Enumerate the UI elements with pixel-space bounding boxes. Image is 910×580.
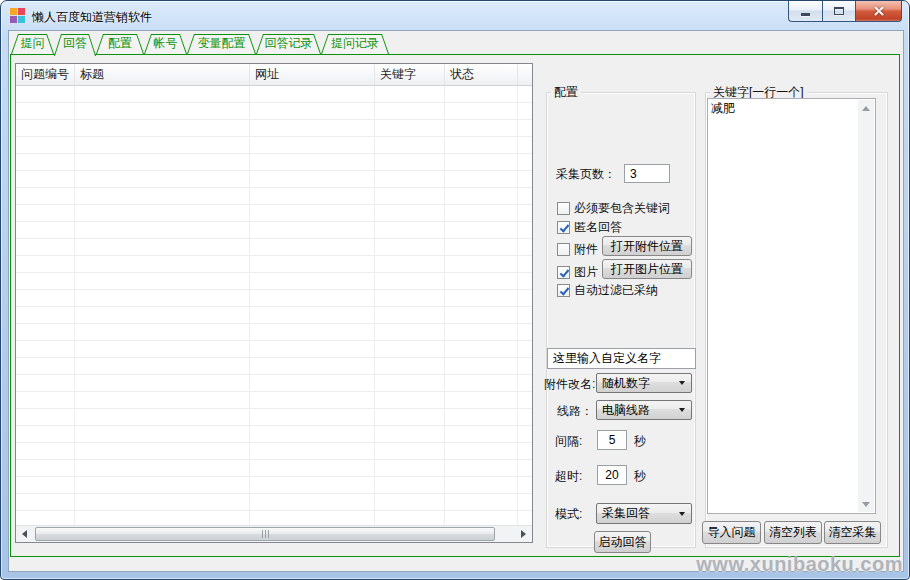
caption-buttons (788, 1, 902, 22)
anonymous-answer-checkbox[interactable] (557, 221, 570, 234)
line-label: 线路： (557, 404, 593, 419)
mode-select[interactable]: 采集回答 (596, 503, 692, 524)
import-questions-button[interactable]: 导入问题 (702, 521, 761, 544)
attachment-checkbox[interactable] (557, 243, 570, 256)
tab-variable-config[interactable]: 变量配置 (187, 34, 256, 54)
mode-label: 模式: (555, 507, 582, 522)
attachment-label: 附件 (574, 242, 598, 257)
keywords-group: 关键字[一行一个] 减肥 导入问题 清空列表 清空采集 (705, 92, 888, 548)
tab-answer-log[interactable]: 回答记录 (256, 34, 321, 54)
interval-input[interactable] (597, 430, 627, 450)
timeout-input[interactable] (597, 465, 627, 485)
arrow-down-icon (862, 502, 870, 507)
require-keyword-label: 必须要包含关键词 (574, 201, 670, 216)
column-divider (517, 86, 518, 525)
pages-label: 采集页数： (556, 167, 616, 182)
window-title: 懒人百度知道营销软件 (32, 9, 152, 26)
scroll-right-arrow[interactable] (515, 526, 532, 542)
column-header-filler (518, 64, 532, 86)
config-group: 配置 采集页数： 必须要包含关键词 匿名回答 附件 打开附件位置 图片 打开图片… (546, 92, 696, 548)
custom-name-input[interactable] (547, 348, 696, 369)
horizontal-scrollbar[interactable] (16, 525, 532, 542)
line-select[interactable]: 电脑线路 (596, 400, 692, 420)
chevron-down-icon (679, 512, 685, 516)
chevron-down-icon (679, 381, 685, 385)
column-header-title[interactable]: 标题 (75, 64, 250, 86)
column-header-url[interactable]: 网址 (250, 64, 375, 86)
close-button[interactable] (856, 1, 902, 22)
scroll-down-arrow[interactable] (858, 496, 874, 512)
pages-input[interactable] (624, 164, 670, 183)
image-checkbox[interactable] (557, 266, 570, 279)
column-header-question-id[interactable]: 问题编号 (16, 64, 75, 86)
column-header-keyword[interactable]: 关键字 (375, 64, 445, 86)
vertical-scrollbar[interactable] (858, 100, 874, 512)
grip-icon (265, 530, 266, 538)
interval-unit-label: 秒 (634, 434, 646, 449)
answer-tab-page: 问题编号 标题 网址 关键字 状态 (10, 54, 900, 557)
column-divider (249, 86, 250, 525)
rename-label: 附件改名: (544, 377, 595, 392)
keywords-textarea[interactable]: 减肥 (707, 98, 876, 514)
anonymous-answer-label: 匿名回答 (574, 220, 622, 235)
tab-config[interactable]: 配置 (96, 34, 144, 54)
table-header: 问题编号 标题 网址 关键字 状态 (16, 64, 532, 86)
arrow-up-icon (862, 106, 870, 111)
timeout-unit-label: 秒 (634, 469, 646, 484)
keywords-content: 减肥 (711, 101, 855, 116)
clear-collect-button[interactable]: 清空采集 (824, 521, 881, 544)
chevron-down-icon (679, 408, 685, 412)
arrow-left-icon (22, 530, 27, 538)
column-divider (74, 86, 75, 525)
app-icon (10, 8, 26, 24)
interval-label: 间隔: (555, 434, 582, 449)
open-attachment-location-button[interactable]: 打开附件位置 (602, 236, 692, 256)
scroll-left-arrow[interactable] (16, 526, 33, 542)
app-window: 懒人百度知道营销软件 提问 回答 配置 帐号 变量配置 回答记录 提问记录 问题… (0, 0, 910, 580)
open-image-location-button[interactable]: 打开图片位置 (602, 259, 692, 279)
clear-list-button[interactable]: 清空列表 (764, 521, 822, 544)
arrow-right-icon (521, 530, 526, 538)
tab-ask-log[interactable]: 提问记录 (321, 34, 389, 54)
scroll-up-arrow[interactable] (858, 100, 874, 116)
tab-account[interactable]: 帐号 (144, 34, 187, 54)
questions-table: 问题编号 标题 网址 关键字 状态 (15, 63, 533, 543)
minimize-button[interactable] (788, 1, 822, 22)
close-icon (873, 5, 885, 17)
timeout-label: 超时: (555, 469, 582, 484)
scrollbar-thumb[interactable] (35, 527, 495, 541)
client-area: 提问 回答 配置 帐号 变量配置 回答记录 提问记录 问题编号 标题 网址 关键… (8, 30, 904, 572)
rename-select[interactable]: 随机数字 (596, 373, 692, 393)
filter-accepted-checkbox[interactable] (557, 284, 570, 297)
tab-ask[interactable]: 提问 (11, 34, 54, 54)
title-bar: 懒人百度知道营销软件 (1, 1, 909, 31)
maximize-icon (834, 7, 844, 15)
start-answering-button[interactable]: 启动回答 (594, 531, 651, 553)
filter-accepted-label: 自动过滤已采纳 (574, 283, 658, 298)
maximize-button[interactable] (822, 1, 856, 22)
config-group-label: 配置 (551, 84, 581, 101)
tab-answer[interactable]: 回答 (54, 34, 96, 56)
minimize-icon (801, 13, 810, 16)
require-keyword-checkbox[interactable] (557, 202, 570, 215)
table-body-empty (16, 86, 532, 525)
column-header-status[interactable]: 状态 (445, 64, 518, 86)
image-label: 图片 (574, 265, 598, 280)
column-divider (444, 86, 445, 525)
column-divider (374, 86, 375, 525)
